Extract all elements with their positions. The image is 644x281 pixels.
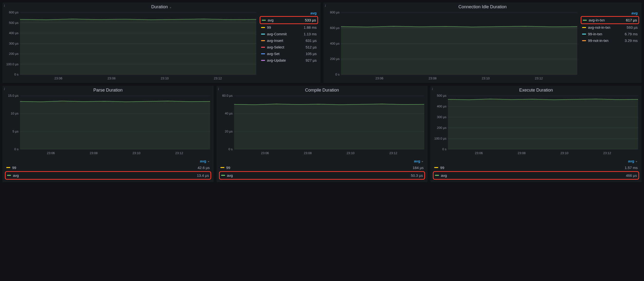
svg-text:23:08: 23:08	[518, 151, 526, 155]
legend-swatch	[582, 40, 586, 41]
svg-text:200 µs: 200 µs	[9, 52, 19, 56]
svg-text:23:06: 23:06	[475, 151, 483, 155]
legend-name: avg	[13, 173, 195, 178]
legend-item[interactable]: avg466 µs	[433, 171, 639, 180]
svg-text:23:08: 23:08	[304, 151, 312, 155]
legend-item[interactable]: 99184 µs	[219, 164, 425, 171]
legend-value: 593 µs	[627, 25, 638, 30]
legend-value: 50.3 µs	[411, 173, 423, 178]
svg-text:23:08: 23:08	[90, 151, 98, 155]
svg-text:0 s: 0 s	[14, 147, 19, 151]
legend-rows: avg-in-txn617 µsavg-not-in-txn593 µs99-i…	[581, 16, 639, 44]
legend-swatch	[7, 175, 11, 176]
svg-text:23:10: 23:10	[560, 151, 568, 155]
legend-value: 1.57 ms	[625, 166, 638, 170]
chart-idle[interactable]: 800 µs600 µs400 µs200 µs0 s23:0623:0823:…	[326, 11, 578, 80]
panel-duration: i Duration ⌄ 600 µs500 µs400 µs300 µs200…	[2, 2, 320, 83]
legend-item[interactable]: 991.57 ms	[433, 164, 639, 171]
legend-header-toggle[interactable]: avg ⌄	[5, 159, 211, 164]
legend-item[interactable]: avg-Commit1.13 ms	[260, 31, 318, 37]
info-icon[interactable]: i	[432, 87, 433, 91]
panel-execute: i Execute Duration 500 µs400 µs300 µs200…	[430, 86, 642, 182]
legend-value: 512 µs	[306, 45, 317, 49]
svg-text:200 µs: 200 µs	[330, 57, 340, 61]
legend-item[interactable]: avg-Select512 µs	[260, 44, 318, 50]
legend-name: 99	[226, 166, 411, 170]
legend-item[interactable]: 991.88 ms	[260, 24, 318, 31]
svg-text:23:06: 23:06	[47, 151, 55, 155]
legend-item[interactable]: 9942.6 µs	[5, 164, 211, 171]
info-icon[interactable]: i	[218, 87, 219, 91]
svg-text:500 µs: 500 µs	[9, 21, 19, 24]
svg-text:23:12: 23:12	[603, 151, 611, 155]
legend-item[interactable]: 99-not-in-txn3.29 ms	[581, 37, 639, 44]
legend-header-toggle[interactable]: avg ⌄	[433, 159, 639, 164]
svg-text:5 µs: 5 µs	[12, 130, 18, 133]
legend-name: avg-Commit	[267, 32, 302, 36]
panel-idle: i Connection Idle Duration 800 µs600 µs4…	[324, 2, 642, 83]
legend-value: 105 µs	[306, 52, 317, 56]
legend-duration: avg avg533 µs991.88 msavg-Commit1.13 msa…	[260, 11, 318, 80]
legend-item[interactable]: avg-in-txn617 µs	[581, 16, 639, 24]
legend-item[interactable]: avg50.3 µs	[219, 171, 425, 180]
svg-text:40 µs: 40 µs	[225, 112, 233, 115]
info-icon[interactable]: i	[4, 87, 5, 91]
legend-value: 6.79 ms	[625, 32, 638, 36]
chart-duration[interactable]: 600 µs500 µs400 µs300 µs200 µs100.0 µs0 …	[5, 11, 257, 80]
legend-name: avg	[268, 18, 303, 22]
panel-title-text: Connection Idle Duration	[458, 4, 507, 10]
chart-execute[interactable]: 500 µs400 µs300 µs200 µs100.0 µs0 s23:06…	[433, 94, 639, 155]
legend-name: avg	[227, 173, 409, 178]
panel-title-button[interactable]: Parse Duration	[5, 88, 211, 93]
panel-title-text: Compile Duration	[305, 88, 339, 93]
legend-value: 533 µs	[305, 18, 316, 22]
svg-text:23:08: 23:08	[108, 76, 116, 80]
chart-parse[interactable]: 15.0 µs10 µs5 µs0 s23:0623:0823:1023:12	[5, 94, 211, 155]
legend-value: 631 µs	[306, 38, 317, 42]
svg-text:23:06: 23:06	[375, 76, 384, 80]
legend-item[interactable]: avg-Insert631 µs	[260, 37, 318, 44]
panel-title-text: Duration	[151, 4, 168, 10]
legend-item[interactable]: avg-not-in-txn593 µs	[581, 24, 639, 31]
svg-text:400 µs: 400 µs	[437, 104, 447, 108]
panel-title-button[interactable]: Connection Idle Duration	[326, 4, 639, 10]
panel-parse: i Parse Duration 15.0 µs10 µs5 µs0 s23:0…	[2, 86, 214, 182]
chevron-down-icon: ⌄	[635, 159, 638, 163]
legend-value: 1.88 ms	[304, 25, 317, 30]
legend-name: 99	[267, 25, 302, 30]
svg-text:23:10: 23:10	[132, 151, 140, 155]
legend-value: 617 µs	[626, 18, 637, 22]
legend-execute: avg ⌄ 991.57 msavg466 µs	[433, 159, 639, 180]
svg-text:23:12: 23:12	[214, 76, 222, 80]
legend-item[interactable]: avg13.4 µs	[5, 171, 211, 180]
chart-compile[interactable]: 60.0 µs40 µs20 µs0 s23:0623:0823:1023:12	[219, 94, 425, 155]
legend-header[interactable]: avg	[581, 11, 639, 16]
panel-title-text: Execute Duration	[519, 88, 553, 93]
legend-header-toggle[interactable]: avg ⌄	[219, 159, 425, 164]
legend-name: avg-Select	[267, 45, 304, 49]
panel-title-button[interactable]: Compile Duration	[219, 88, 425, 93]
svg-text:10 µs: 10 µs	[11, 112, 19, 115]
legend-rows: 991.57 msavg466 µs	[433, 164, 639, 180]
legend-value: 466 µs	[626, 173, 637, 178]
legend-item[interactable]: 99-in-txn6.79 ms	[581, 31, 639, 37]
info-icon[interactable]: i	[325, 4, 326, 8]
chevron-down-icon: ⌄	[169, 5, 172, 9]
legend-name: avg-not-in-txn	[588, 25, 625, 30]
legend-name: avg-in-txn	[589, 18, 624, 22]
info-icon[interactable]: i	[4, 4, 5, 8]
legend-item[interactable]: avg-Update927 µs	[260, 57, 318, 64]
panel-title-button[interactable]: Duration ⌄	[5, 4, 318, 10]
svg-text:0 s: 0 s	[14, 72, 19, 76]
panel-title-button[interactable]: Execute Duration	[433, 88, 639, 93]
svg-text:0 s: 0 s	[336, 72, 340, 76]
legend-header[interactable]: avg	[260, 11, 318, 16]
svg-text:800 µs: 800 µs	[330, 11, 340, 14]
legend-item[interactable]: avg-Set105 µs	[260, 50, 318, 57]
legend-swatch	[221, 175, 225, 176]
svg-text:23:12: 23:12	[535, 76, 543, 80]
legend-value: 927 µs	[306, 58, 317, 62]
legend-rows: avg533 µs991.88 msavg-Commit1.13 msavg-I…	[260, 16, 318, 64]
legend-item[interactable]: avg533 µs	[260, 16, 318, 24]
svg-text:23:08: 23:08	[429, 76, 437, 80]
